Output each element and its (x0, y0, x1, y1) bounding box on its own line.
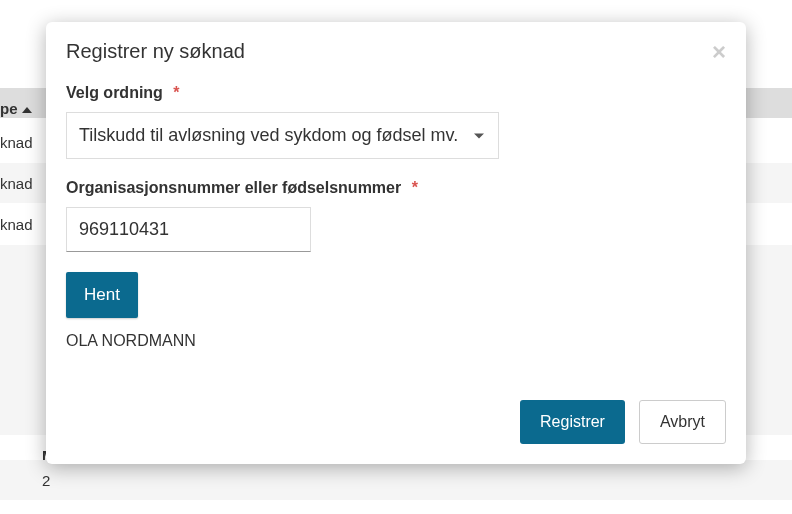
fetch-group: Hent OLA NORDMANN (66, 272, 726, 350)
scheme-form-group: Velg ordning * Tilskudd til avløsning ve… (66, 84, 726, 159)
close-button[interactable]: × (712, 40, 726, 64)
fetch-button[interactable]: Hent (66, 272, 138, 318)
required-indicator: * (173, 84, 179, 101)
modal-body: Velg ordning * Tilskudd til avløsning ve… (46, 84, 746, 370)
scheme-label: Velg ordning * (66, 84, 726, 102)
modal-title: Registrer ny søknad (66, 40, 245, 63)
orgnr-label: Organisasjonsnummer eller fødselsnummer … (66, 179, 726, 197)
orgnr-form-group: Organisasjonsnummer eller fødselsnummer … (66, 179, 726, 252)
modal-footer: Registrer Avbryt (46, 370, 746, 464)
modal-header: Registrer ny søknad × (46, 22, 746, 84)
orgnr-input[interactable] (66, 207, 311, 252)
register-button[interactable]: Registrer (520, 400, 625, 444)
scheme-selected-value: Tilskudd til avløsning ved sykdom og fød… (79, 125, 458, 145)
required-indicator: * (412, 179, 418, 196)
cancel-button[interactable]: Avbryt (639, 400, 726, 444)
chevron-down-icon (474, 133, 484, 138)
scheme-select[interactable]: Tilskudd til avløsning ved sykdom og fød… (66, 112, 499, 159)
modal-overlay: Registrer ny søknad × Velg ordning * Til… (0, 0, 792, 514)
register-application-modal: Registrer ny søknad × Velg ordning * Til… (46, 22, 746, 464)
lookup-result-name: OLA NORDMANN (66, 332, 726, 350)
close-icon: × (712, 38, 726, 65)
